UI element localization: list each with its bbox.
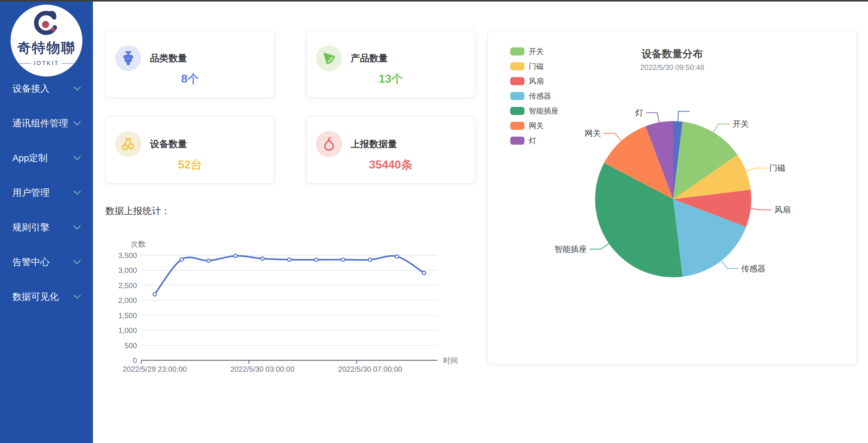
y-axis-tick-label: 1,500: [118, 311, 137, 320]
sidebar-item-app-custom[interactable]: App定制: [0, 140, 93, 175]
top-dark-strip: [0, 0, 868, 2]
y-axis-tick-label: 0: [133, 356, 137, 365]
stat-title: 产品数量: [351, 52, 388, 65]
pie-slice-label: 网关: [585, 129, 601, 138]
sidebar-item-label: 用户管理: [12, 187, 50, 199]
sidebar-item-label: 数据可见化: [12, 291, 59, 303]
sidebar-item-rule-engine[interactable]: 规则引擎: [0, 210, 93, 245]
sidebar-item-label: App定制: [12, 152, 48, 164]
cherry-icon: [115, 131, 141, 157]
main-content: 品类数量 8个 产品数量 13个: [93, 2, 868, 443]
pear-icon: [316, 131, 342, 157]
x-axis-tick-label: 2022/5/29 23:00:00: [123, 365, 187, 373]
sidebar-item-alert-center[interactable]: 告警中心: [0, 245, 93, 279]
sidebar-item-user-management[interactable]: 用户管理: [0, 175, 93, 210]
line-data-point: [395, 255, 399, 258]
dashboard-page: 奇特物聯 IOTKIT 设备接入 通讯组件管理 App定制 用户管理: [0, 0, 868, 443]
sidebar-item-comm-components[interactable]: 通讯组件管理: [0, 106, 93, 140]
pie-label-line: [590, 244, 609, 249]
line-data-point: [314, 258, 318, 261]
sidebar-item-label: 设备接入: [12, 83, 50, 95]
pie-slice-label: 开关: [733, 119, 749, 129]
sidebar-item-data-visualization[interactable]: 数据可见化: [0, 279, 93, 314]
pie-slice-label: 风扇: [774, 205, 790, 214]
stat-value: 13个: [307, 71, 475, 87]
y-axis-tick-label: 3,000: [118, 266, 137, 275]
device-distribution-card: 开关门磁风扇传感器智能插座网关灯 设备数量分布 2022/5/30 09:50:…: [487, 30, 857, 364]
line-data-point: [288, 258, 291, 261]
sidebar-item-label: 告警中心: [12, 256, 50, 268]
chevron-down-icon: [73, 156, 81, 160]
x-axis-name: 时间: [443, 356, 458, 365]
x-axis-tick-label: 2022/5/30 07:00:00: [338, 365, 402, 373]
chevron-down-icon: [73, 294, 81, 299]
line-chart-title: 数据上报统计：: [105, 205, 170, 218]
pie-slice-label: 传感器: [741, 264, 766, 273]
pie-label-line: [604, 133, 621, 140]
logo: 奇特物聯 IOTKIT: [10, 5, 83, 76]
device-distribution-pie-chart: 开关门磁风扇传感器智能插座网关灯: [488, 31, 858, 365]
grape-icon: [115, 45, 141, 71]
chevron-down-icon: [73, 86, 81, 91]
logo-rule-left: [19, 63, 31, 64]
sidebar-item-label: 通讯组件管理: [12, 117, 68, 130]
pie-label-line: [678, 112, 689, 121]
logo-subtitle-row: IOTKIT: [10, 60, 83, 67]
stat-card-categories: 品类数量 8个: [105, 30, 275, 98]
pie-label-line: [721, 260, 739, 268]
chevron-down-icon: [73, 260, 81, 264]
stat-card-reported-data: 上报数据量 35440条: [306, 116, 475, 184]
y-axis-name: 次数: [131, 240, 146, 248]
line-data-point: [341, 258, 345, 261]
y-axis-tick-label: 2,500: [118, 281, 137, 290]
sidebar-item-device-access[interactable]: 设备接入: [0, 71, 93, 106]
stat-value: 52台: [106, 157, 274, 172]
pie-label-line: [646, 113, 659, 122]
logo-rule-right: [62, 63, 74, 64]
chevron-down-icon: [73, 121, 81, 126]
chevron-down-icon: [73, 190, 81, 195]
y-axis-tick-label: 500: [125, 341, 137, 350]
line-data-point: [207, 259, 210, 262]
line-data-point: [234, 254, 237, 257]
pie-label-line: [713, 124, 730, 132]
lemon-icon: [316, 45, 342, 71]
logo-title: 奇特物聯: [10, 39, 83, 57]
sidebar-item-label: 规则引擎: [12, 221, 50, 234]
y-axis-tick-label: 1,000: [118, 326, 137, 335]
pie-slice-label: 灯: [636, 108, 643, 118]
sidebar-menu: 设备接入 通讯组件管理 App定制 用户管理 规则引擎 告警中心: [0, 71, 93, 314]
line-data-point: [180, 258, 183, 261]
stat-card-devices: 设备数量 52台: [105, 116, 275, 184]
line-data-point: [153, 292, 156, 296]
stat-title: 设备数量: [150, 138, 187, 151]
stat-value: 35440条: [307, 157, 475, 172]
pie-label-line: [746, 168, 767, 171]
pie-slice-label: 智能插座: [555, 245, 587, 254]
stat-title: 上报数据量: [351, 138, 397, 151]
pie-label-line: [751, 209, 772, 210]
iotkit-logo-icon: [32, 10, 61, 39]
line-data-point: [261, 257, 264, 260]
logo-subtitle: IOTKIT: [34, 60, 59, 67]
stat-value: 8个: [106, 71, 274, 87]
line-data-point: [368, 258, 372, 261]
pie-slice-label: 门磁: [770, 163, 785, 172]
reporting-line-chart: 05001,0001,5002,0002,5003,0003,5002022/5…: [102, 235, 469, 378]
y-axis-tick-label: 3,500: [118, 251, 137, 260]
stat-card-products: 产品数量 13个: [306, 30, 475, 98]
chevron-down-icon: [73, 225, 81, 230]
x-axis-tick-label: 2022/5/30 03:00:00: [230, 365, 294, 373]
y-axis-tick-label: 2,000: [118, 296, 137, 305]
stat-title: 品类数量: [150, 52, 187, 65]
sidebar: 奇特物聯 IOTKIT 设备接入 通讯组件管理 App定制 用户管理: [0, 2, 93, 443]
line-data-point: [422, 272, 426, 275]
